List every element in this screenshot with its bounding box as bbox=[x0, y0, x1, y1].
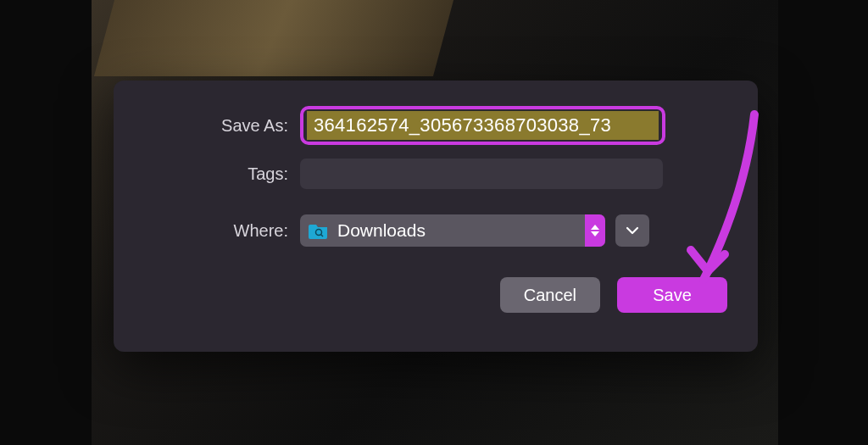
where-label: Where: bbox=[139, 221, 300, 241]
cancel-button[interactable]: Cancel bbox=[500, 277, 600, 313]
expand-button[interactable] bbox=[615, 214, 649, 247]
filename-highlight-ring bbox=[300, 106, 665, 145]
stepper-icon bbox=[585, 214, 605, 247]
save-button[interactable]: Save bbox=[617, 277, 727, 313]
save-as-label: Save As: bbox=[139, 116, 300, 136]
where-folder-select[interactable]: Downloads bbox=[300, 214, 605, 247]
tags-label: Tags: bbox=[139, 164, 300, 184]
where-folder-name: Downloads bbox=[337, 220, 585, 241]
folder-icon bbox=[309, 222, 329, 239]
save-dialog: Save As: Tags: Where: Downloads bbox=[114, 81, 758, 352]
filename-input-wrapper bbox=[300, 106, 665, 145]
tags-input[interactable] bbox=[300, 159, 663, 189]
filename-input[interactable] bbox=[307, 111, 659, 140]
chevron-down-icon bbox=[626, 226, 639, 235]
dialog-button-row: Cancel Save bbox=[139, 277, 732, 313]
tags-row: Tags: bbox=[139, 159, 732, 189]
save-as-row: Save As: bbox=[139, 106, 732, 145]
where-row: Where: Downloads bbox=[139, 214, 732, 247]
